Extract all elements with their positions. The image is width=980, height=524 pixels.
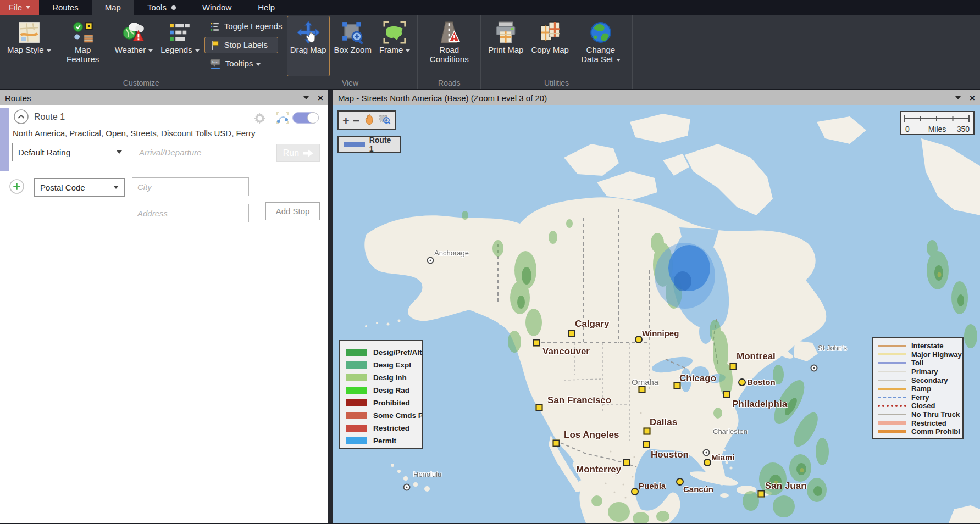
ribbon-button-label: Map Style	[7, 46, 51, 55]
city-marker-omaha[interactable]	[639, 386, 646, 393]
panel-divider[interactable]	[328, 90, 333, 523]
city-marker-san-francisco[interactable]	[536, 404, 543, 411]
legend-color-swatch	[346, 412, 367, 419]
legend-line-sample	[878, 397, 906, 398]
city-marker-montreal[interactable]	[730, 363, 737, 370]
weather-icon	[123, 19, 145, 46]
city-input[interactable]	[132, 177, 249, 196]
add-stop-button[interactable]: Add Stop	[265, 202, 320, 220]
ribbon-button-road-conditions[interactable]: Road Conditions	[422, 16, 477, 76]
route-legend: Route 1	[337, 136, 401, 153]
map-features-icon	[72, 19, 94, 46]
legend-line-sample	[878, 362, 906, 364]
road-legend-row-primary: Primary	[878, 367, 962, 376]
city-label-montreal: Montreal	[737, 351, 776, 362]
legend-label: Restricted	[911, 419, 946, 427]
pan-hand-button[interactable]	[363, 113, 375, 127]
map-panel-close-icon[interactable]: ×	[970, 93, 975, 103]
ribbon-group-label: Roads	[421, 77, 477, 89]
menu-item-window[interactable]: Window	[189, 0, 245, 15]
geocode-type-value: Postal Code	[40, 183, 85, 192]
geocode-type-select[interactable]: Postal Code	[34, 178, 125, 197]
ribbon-button-label: Print Map	[488, 46, 523, 55]
map-canvas[interactable]: + − Route 1 0 Miles	[333, 105, 980, 523]
ribbon-button-tooltips[interactable]: IconTooltips	[204, 55, 278, 72]
ribbon-button-change-data-set[interactable]: Change Data Set	[573, 16, 628, 76]
ribbon-button-map-style[interactable]: Map Style	[4, 16, 54, 76]
arrival-departure-input[interactable]	[134, 143, 265, 161]
route-visibility-toggle[interactable]	[292, 112, 319, 124]
city-marker-calgary[interactable]	[568, 330, 575, 337]
route-card: Route 1 North America, Practical, Open, …	[0, 105, 328, 171]
zoom-in-button[interactable]: +	[342, 115, 349, 126]
ribbon-button-frame[interactable]: Frame	[376, 16, 413, 76]
run-button[interactable]: Run	[276, 144, 320, 162]
ribbon-button-label: Map Features	[59, 46, 107, 64]
city-marker-st-john-s[interactable]	[811, 365, 818, 372]
route-collapse-button[interactable]	[14, 109, 29, 126]
city-marker-vancouver[interactable]	[533, 339, 540, 347]
city-marker-winnipeg[interactable]	[635, 336, 643, 343]
ribbon-button-weather[interactable]: Weather	[112, 16, 156, 76]
route-name: Route 1	[34, 112, 65, 122]
ribbon-button-map-features[interactable]: Map Features	[56, 16, 110, 76]
menu-item-map[interactable]: Map	[92, 0, 134, 15]
ribbon-button-label: Road Conditions	[425, 46, 473, 64]
city-marker-puebla[interactable]	[631, 488, 639, 495]
legend-label: Desig/Pref/Alt	[373, 348, 422, 356]
ribbon-button-copy-map[interactable]: Copy Map	[528, 16, 572, 76]
ribbon-button-label: Change Data Set	[577, 46, 625, 64]
city-marker-philadelphia[interactable]	[723, 391, 730, 398]
ribbon-group-view: Drag MapBox ZoomFrameView	[283, 15, 418, 89]
ribbon-group-roads: Road ConditionsRoads	[418, 15, 481, 89]
truck-legend-row-desig-pref-alt: Desig/Pref/Alt	[346, 346, 422, 359]
truck-restrictions-legend: Desig/Pref/AltDesig ExplDesig InhDesig R…	[339, 340, 423, 449]
city-marker-san-juan[interactable]	[758, 490, 765, 498]
rating-select[interactable]: Default Rating	[12, 143, 128, 161]
menu-item-routes[interactable]: Routes	[39, 0, 92, 15]
map-panel-collapse-icon[interactable]	[955, 96, 961, 99]
city-marker-monterrey[interactable]	[623, 459, 630, 466]
city-marker-anchorage[interactable]	[427, 257, 434, 264]
box-zoom-button[interactable]	[379, 113, 391, 127]
city-marker-miami[interactable]	[704, 459, 711, 466]
routes-panel-close-icon[interactable]: ×	[318, 93, 323, 103]
truck-legend-row-restricted: Restricted	[346, 422, 422, 434]
city-label-san-juan: San Juan	[765, 481, 807, 492]
menu-item-tools[interactable]: Tools	[134, 0, 189, 15]
city-marker-canc-n[interactable]	[676, 478, 684, 486]
app-window: FileRoutesMapToolsWindowHelp Map StyleMa…	[0, 0, 980, 524]
city-label-philadelphia: Philadelphia	[732, 399, 787, 410]
menu-item-help[interactable]: Help	[245, 0, 288, 15]
legend-label: Desig Expl	[373, 361, 411, 369]
zoom-out-button[interactable]: −	[353, 115, 359, 126]
add-stop-plus-icon[interactable]	[9, 179, 24, 196]
chevron-down-icon	[113, 186, 119, 189]
city-marker-charleston[interactable]	[703, 449, 710, 456]
city-marker-boston[interactable]	[738, 378, 746, 386]
routes-panel-collapse-icon[interactable]	[303, 96, 309, 99]
ribbon-button-print-map[interactable]: Print Map	[485, 16, 527, 76]
run-button-label: Run	[283, 148, 299, 158]
city-marker-dallas[interactable]	[644, 428, 651, 435]
ribbon-button-legends[interactable]: Legends	[157, 16, 203, 76]
ribbon-button-drag-map[interactable]: Drag Map	[287, 16, 330, 76]
city-marker-los-angeles[interactable]	[553, 440, 560, 447]
ribbon-button-box-zoom[interactable]: Box Zoom	[331, 16, 375, 76]
stop-entry-row: Postal Code Add Stop	[0, 171, 328, 243]
menu-item-file[interactable]: File	[0, 0, 39, 15]
road-legend-row-toll: Toll	[878, 359, 962, 367]
ribbon-button-stop-labels[interactable]: Stop Labels	[204, 37, 278, 53]
route-settings-gear-icon[interactable]	[253, 112, 266, 127]
legend-label: Major Highway	[911, 350, 962, 359]
route-path-icon[interactable]	[276, 112, 289, 127]
ribbon-button-toggle-legends[interactable]: Toggle Legends	[204, 18, 278, 35]
city-label-dallas: Dallas	[650, 417, 677, 428]
city-label-los-angeles: Los Angeles	[564, 430, 619, 441]
address-input[interactable]	[132, 204, 249, 222]
city-label-boston: Boston	[747, 377, 776, 387]
city-label-vancouver: Vancouver	[542, 346, 590, 357]
city-marker-houston[interactable]	[643, 441, 650, 448]
routes-panel-titlebar: Routes ×	[0, 90, 328, 105]
city-marker-honolulu[interactable]	[403, 484, 411, 491]
